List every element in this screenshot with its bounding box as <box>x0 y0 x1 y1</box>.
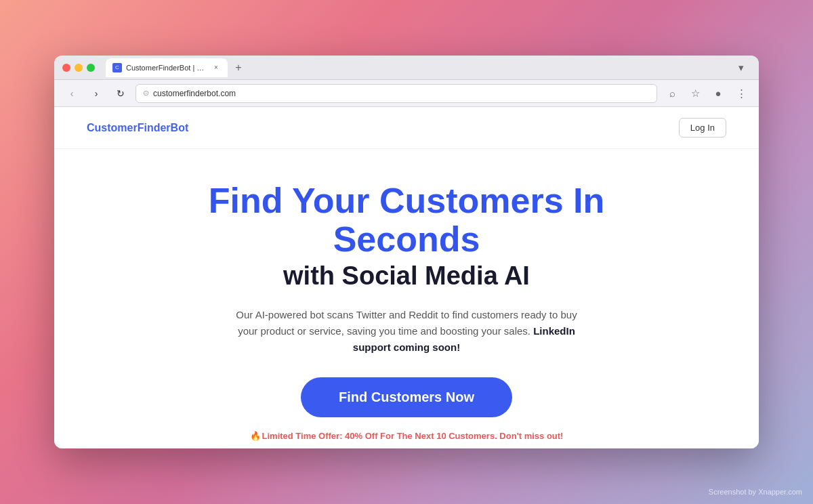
extension-icon[interactable]: ● <box>709 84 728 103</box>
chevron-down-icon[interactable]: ▾ <box>732 58 751 77</box>
screenshot-label: Screenshot by Xnapper.com <box>709 488 802 496</box>
hero-section: Find Your Customers In Seconds with Soci… <box>54 149 759 448</box>
traffic-lights <box>62 64 95 72</box>
site-logo[interactable]: CustomerFinderBot <box>87 122 188 134</box>
new-tab-button[interactable]: + <box>230 60 247 76</box>
tab-title: CustomerFinderBot | Find Hi… <box>126 64 207 72</box>
tab-bar: C CustomerFinderBot | Find Hi… × + <box>106 58 726 77</box>
page-content: CustomerFinderBot Log In Find Your Custo… <box>54 107 759 448</box>
search-icon[interactable]: ⌕ <box>663 84 682 103</box>
close-traffic-light[interactable] <box>62 64 70 72</box>
secure-icon: ⊙ <box>143 89 149 98</box>
fire-emoji: 🔥 <box>250 431 261 441</box>
back-button[interactable]: ‹ <box>62 84 81 103</box>
browser-toolbar: ‹ › ↻ ⊙ customerfinderbot.com ⌕ ☆ ● ⋮ <box>54 80 759 107</box>
hero-title-line1: Find Your Customers In Seconds <box>136 182 678 259</box>
login-button[interactable]: Log In <box>679 118 726 138</box>
toolbar-icons: ⌕ ☆ ● ⋮ <box>663 84 751 103</box>
address-text: customerfinderbot.com <box>153 89 236 98</box>
hero-title-line2: with Social Media AI <box>283 261 530 291</box>
menu-icon[interactable]: ⋮ <box>732 84 751 103</box>
bookmark-icon[interactable]: ☆ <box>686 84 705 103</box>
hero-description: Our AI-powered bot scans Twitter and Red… <box>230 307 583 356</box>
offer-text: 🔥Limited Time Offer: 40% Off For The Nex… <box>250 431 564 441</box>
reload-button[interactable]: ↻ <box>111 84 130 103</box>
tab-favicon: C <box>112 63 122 72</box>
site-header: CustomerFinderBot Log In <box>54 107 759 149</box>
browser-titlebar: C CustomerFinderBot | Find Hi… × + ▾ <box>54 56 759 80</box>
forward-button[interactable]: › <box>87 84 106 103</box>
minimize-traffic-light[interactable] <box>75 64 83 72</box>
browser-window: C CustomerFinderBot | Find Hi… × + ▾ ‹ ›… <box>54 56 759 448</box>
address-bar[interactable]: ⊙ customerfinderbot.com <box>136 84 657 103</box>
cta-button[interactable]: Find Customers Now <box>301 377 512 417</box>
active-tab[interactable]: C CustomerFinderBot | Find Hi… × <box>106 58 228 77</box>
maximize-traffic-light[interactable] <box>87 64 95 72</box>
tab-close-button[interactable]: × <box>211 63 221 72</box>
